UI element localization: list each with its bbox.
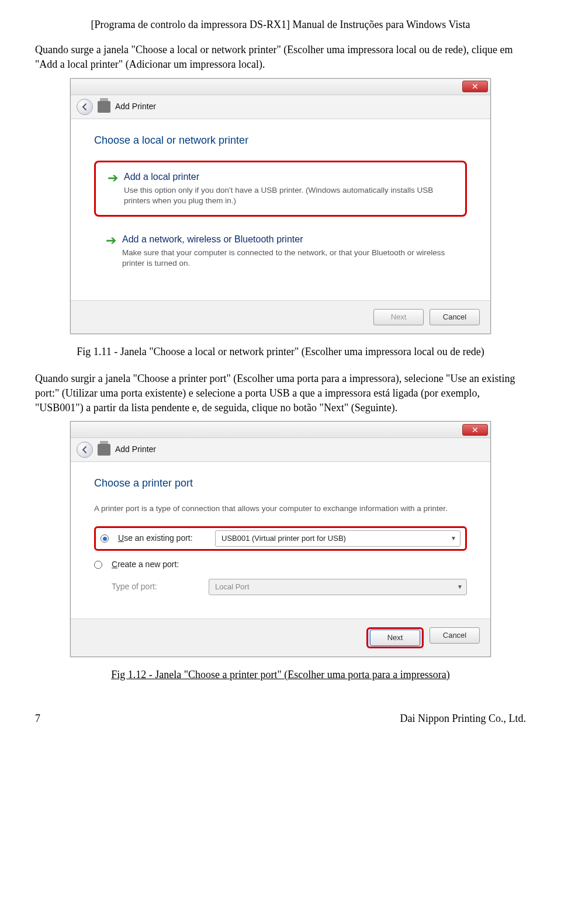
option-add-local-printer[interactable]: ➔ Add a local printer Use this option on… [94,161,467,217]
page-footer: 7 Dai Nippon Printing Co., Ltd. [35,711,526,726]
option-title: Add a local printer [124,171,456,183]
row-use-existing-port: Use an existing port: USB001 (Virtual pr… [94,526,467,551]
next-button[interactable]: Next [370,630,420,646]
option-add-network-printer[interactable]: ➔ Add a network, wireless or Bluetooth p… [94,225,467,277]
dialog-titlebar: ✕ [71,79,490,95]
page-number: 7 [35,711,40,726]
row-create-new-port: Create a new port: [94,559,467,571]
radio-use-existing-port[interactable] [101,534,109,543]
radio-create-new-port[interactable] [94,561,102,569]
close-icon[interactable]: ✕ [462,424,488,436]
dropdown-value: Local Port [215,582,250,592]
back-icon[interactable] [77,442,93,458]
document-header: [Programa de controlo da impressora DS-R… [35,18,526,32]
company-name: Dai Nippon Printing Co., Ltd. [400,711,527,726]
cancel-button[interactable]: Cancel [430,309,480,325]
printer-icon [98,444,110,456]
option-description: Use this option only if you don't have a… [124,185,456,206]
dialog-body: Choose a local or network printer ➔ Add … [71,119,490,301]
back-icon[interactable] [77,99,93,115]
label-create-new-port: Create a new port: [112,559,199,571]
dialog-description: A printer port is a type of connection t… [94,503,467,515]
row-type-of-port: Type of port: Local Port ▼ [94,579,467,595]
label-type-of-port: Type of port: [112,581,199,593]
printer-icon [98,101,110,113]
paragraph-2: Quando surgir a janela "Choose a printer… [35,371,526,416]
dialog-heading: Choose a printer port [94,476,467,491]
label-use-existing-port: Use an existing port: [118,533,206,544]
arrow-right-icon: ➔ [106,234,116,247]
option-description: Make sure that your computer is connecte… [122,248,458,269]
dialog-body: Choose a printer port A printer port is … [71,462,490,619]
dialog-toolbar-label: Add Printer [115,444,156,456]
dialog-toolbar: Add Printer [71,95,490,119]
arrow-right-icon: ➔ [108,172,118,185]
dialog-choose-printer-port: ✕ Add Printer Choose a printer port A pr… [70,421,491,657]
next-button[interactable]: Next [373,309,424,325]
dialog-choose-local-or-network: ✕ Add Printer Choose a local or network … [70,78,491,335]
paragraph-1: Quando surge a janela "Choose a local or… [35,43,526,72]
dropdown-type-of-port: Local Port ▼ [209,579,467,595]
chevron-down-icon: ▼ [451,534,456,543]
dialog-titlebar: ✕ [71,422,490,438]
figure-caption-2: Fig 1.12 - Janela "Choose a printer port… [35,668,526,682]
cancel-button[interactable]: Cancel [430,627,480,644]
dropdown-existing-port[interactable]: USB001 (Virtual printer port for USB) ▼ [215,530,460,547]
dialog-footer: Next Cancel [71,300,490,334]
close-icon[interactable]: ✕ [462,81,488,92]
chevron-down-icon: ▼ [457,583,463,591]
next-button-highlight: Next [366,627,424,648]
option-title: Add a network, wireless or Bluetooth pri… [122,233,458,246]
dropdown-value: USB001 (Virtual printer port for USB) [221,533,346,544]
figure-caption-1: Fig 1.11 - Janela "Choose a local or net… [35,345,526,359]
dialog-heading: Choose a local or network printer [94,133,467,148]
dialog-toolbar: Add Printer [71,438,490,462]
dialog-footer: Next Cancel [71,619,490,656]
dialog-toolbar-label: Add Printer [115,101,156,113]
